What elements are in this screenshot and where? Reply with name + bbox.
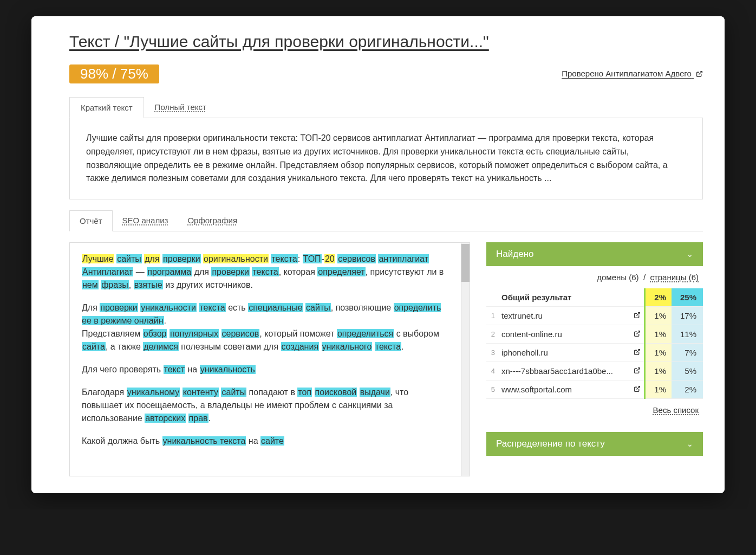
row-index: 5 [486,380,498,399]
tab-seo[interactable]: SEO анализ [113,210,178,231]
results-header-pct1: 2% [644,288,672,307]
external-link-icon[interactable] [630,344,645,362]
chevron-down-icon: ⌄ [687,440,693,448]
external-link-icon[interactable] [630,307,645,325]
page-title[interactable]: Текст / "Лучшие сайты для проверки ориги… [69,33,489,51]
domains-pages-toggle: домены (6) / страницы (6) [486,266,703,288]
report-body: Лучшие сайты для проверки оригинальности… [69,231,703,476]
table-row[interactable]: 1textrunet.ru1%17% [486,307,703,325]
svg-line-3 [636,350,640,353]
row-pct1: 1% [644,362,672,380]
row-pct2: 5% [672,362,703,380]
tab-full-text[interactable]: Полный текст [144,97,217,118]
row-pct1: 1% [644,344,672,362]
results-header-pct2: 25% [672,288,703,307]
scrollbar-track[interactable] [461,243,470,476]
window: Текст / "Лучшие сайты для проверки ориги… [31,16,725,493]
results-header-label: Общий результат [501,293,571,302]
results-header-row[interactable]: Общий результат 2% 25% [486,288,703,307]
chevron-down-icon: ⌄ [687,250,693,259]
tab-spelling[interactable]: Орфография [178,210,247,231]
row-pct1: 1% [644,380,672,399]
distribution-panel-header[interactable]: Распределение по тексту ⌄ [486,432,703,456]
external-link-icon[interactable] [630,380,645,399]
external-link-icon[interactable] [630,362,645,380]
checked-by-link[interactable]: Проверено Антиплагиатом Адвего [562,69,703,79]
row-pct1: 1% [644,307,672,325]
sidebar: Найдено ⌄ домены (6) / страницы (6) Общи… [486,242,703,476]
results-table: Общий результат 2% 25% 1textrunet.ru1%17… [486,288,703,399]
row-domain: content-online.ru [498,325,630,344]
svg-line-2 [636,331,640,334]
short-text-panel: Лучшие сайты для проверки оригинальности… [69,118,703,199]
tab-report[interactable]: Отчёт [69,210,113,231]
pages-link[interactable]: страницы (6) [650,273,699,282]
external-link-icon [696,70,703,79]
row-pct2: 11% [672,325,703,344]
table-row[interactable]: 5www.softportal.com1%2% [486,380,703,399]
report-text-wrap: Лучшие сайты для проверки оригинальности… [69,242,470,476]
table-row[interactable]: 3iphoneholl.ru1%7% [486,344,703,362]
distribution-panel-title: Распределение по тексту [496,438,605,449]
row-pct2: 17% [672,307,703,325]
external-link-icon[interactable] [630,325,645,344]
row-pct2: 7% [672,344,703,362]
svg-line-1 [636,313,640,316]
full-list-link[interactable]: Весь список [653,405,699,415]
row-domain: www.softportal.com [498,380,630,399]
text-tabs: Краткий текст Полный текст [69,97,703,118]
report-tabs: Отчёт SEO анализ Орфография [69,210,703,231]
row-domain: textrunet.ru [498,307,630,325]
row-domain: iphoneholl.ru [498,344,630,362]
row-pct1: 1% [644,325,672,344]
row-pct2: 2% [672,380,703,399]
row-index: 1 [486,307,498,325]
tab-short-text[interactable]: Краткий текст [69,97,144,118]
row-domain: xn----7sbbaar5acc1ard1a0be... [498,362,630,380]
svg-line-5 [636,386,640,390]
row-index: 2 [486,325,498,344]
report-text: Лучшие сайты для проверки оригинальности… [70,243,461,476]
row-index: 4 [486,362,498,380]
table-row[interactable]: 4xn----7sbbaar5acc1ard1a0be...1%5% [486,362,703,380]
found-panel-header[interactable]: Найдено ⌄ [486,242,703,266]
score-badge: 98% / 75% [69,64,159,83]
row-index: 3 [486,344,498,362]
found-panel-title: Найдено [496,249,533,260]
svg-line-4 [636,368,640,371]
domains-label: домены (6) [597,273,638,282]
scrollbar-thumb[interactable] [461,244,470,282]
table-row[interactable]: 2content-online.ru1%11% [486,325,703,344]
checked-by-label: Проверено Антиплагиатом Адвего [562,69,692,78]
svg-line-0 [699,71,702,74]
